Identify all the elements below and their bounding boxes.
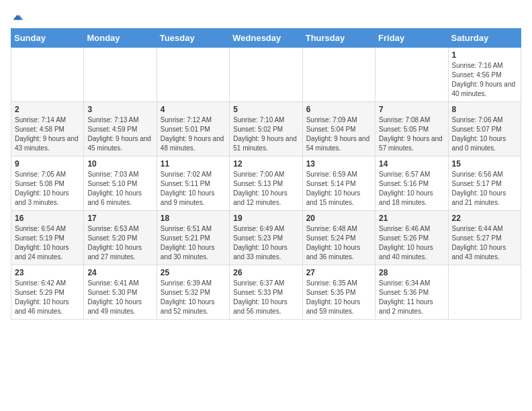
calendar-cell: 27Sunrise: 6:35 AM Sunset: 5:35 PM Dayli…: [302, 265, 375, 320]
day-info: Sunrise: 6:42 AM Sunset: 5:29 PM Dayligh…: [15, 279, 80, 316]
calendar-cell: 26Sunrise: 6:37 AM Sunset: 5:33 PM Dayli…: [230, 265, 302, 320]
day-info: Sunrise: 7:09 AM Sunset: 5:04 PM Dayligh…: [306, 116, 371, 153]
calendar-cell: 2Sunrise: 7:14 AM Sunset: 4:58 PM Daylig…: [11, 102, 84, 156]
day-number: 18: [161, 214, 226, 223]
calendar-cell: [230, 48, 302, 102]
calendar-cell: 18Sunrise: 6:51 AM Sunset: 5:21 PM Dayli…: [157, 211, 229, 265]
day-number: 15: [452, 159, 517, 169]
day-info: Sunrise: 6:37 AM Sunset: 5:33 PM Dayligh…: [233, 279, 298, 316]
day-number: 21: [379, 214, 444, 223]
day-number: 2: [15, 105, 80, 114]
day-number: 27: [306, 268, 371, 277]
weekday-header-row: SundayMondayTuesdayWednesdayThursdayFrid…: [11, 29, 521, 48]
calendar-cell: [375, 48, 448, 102]
day-number: 10: [87, 159, 152, 169]
logo-icon: [12, 11, 24, 23]
calendar-table: SundayMondayTuesdayWednesdayThursdayFrid…: [11, 28, 521, 320]
weekday-header-monday: Monday: [84, 29, 157, 48]
day-info: Sunrise: 7:16 AM Sunset: 4:56 PM Dayligh…: [452, 61, 517, 99]
day-number: 20: [306, 214, 371, 223]
day-info: Sunrise: 6:53 AM Sunset: 5:20 PM Dayligh…: [87, 224, 152, 262]
day-info: Sunrise: 7:13 AM Sunset: 4:59 PM Dayligh…: [87, 116, 152, 153]
calendar-cell: 28Sunrise: 6:34 AM Sunset: 5:36 PM Dayli…: [375, 265, 448, 320]
day-info: Sunrise: 7:05 AM Sunset: 5:08 PM Dayligh…: [15, 170, 80, 208]
calendar-cell: 23Sunrise: 6:42 AM Sunset: 5:29 PM Dayli…: [11, 265, 84, 320]
weekday-header-sunday: Sunday: [11, 29, 84, 48]
day-info: Sunrise: 6:41 AM Sunset: 5:30 PM Dayligh…: [87, 279, 152, 316]
calendar-cell: 24Sunrise: 6:41 AM Sunset: 5:30 PM Dayli…: [84, 265, 157, 320]
day-number: 23: [15, 268, 80, 277]
calendar-week-row: 23Sunrise: 6:42 AM Sunset: 5:29 PM Dayli…: [11, 265, 521, 320]
day-number: 22: [452, 214, 517, 223]
calendar-cell: 3Sunrise: 7:13 AM Sunset: 4:59 PM Daylig…: [84, 102, 157, 156]
day-info: Sunrise: 6:34 AM Sunset: 5:36 PM Dayligh…: [379, 279, 444, 316]
day-number: 6: [306, 105, 371, 114]
calendar-cell: 11Sunrise: 7:02 AM Sunset: 5:11 PM Dayli…: [157, 156, 229, 211]
day-info: Sunrise: 7:02 AM Sunset: 5:11 PM Dayligh…: [161, 170, 226, 208]
day-info: Sunrise: 6:39 AM Sunset: 5:32 PM Dayligh…: [161, 279, 226, 316]
calendar-cell: 5Sunrise: 7:10 AM Sunset: 5:02 PM Daylig…: [230, 102, 302, 156]
calendar-cell: 25Sunrise: 6:39 AM Sunset: 5:32 PM Dayli…: [157, 265, 229, 320]
day-info: Sunrise: 6:48 AM Sunset: 5:24 PM Dayligh…: [306, 224, 371, 262]
calendar-cell: [157, 48, 229, 102]
calendar-week-row: 2Sunrise: 7:14 AM Sunset: 4:58 PM Daylig…: [11, 102, 521, 156]
day-number: 3: [87, 105, 152, 114]
calendar-week-row: 16Sunrise: 6:54 AM Sunset: 5:19 PM Dayli…: [11, 211, 521, 265]
day-number: 17: [87, 214, 152, 223]
day-number: 1: [452, 50, 517, 60]
calendar-cell: 22Sunrise: 6:44 AM Sunset: 5:27 PM Dayli…: [448, 211, 521, 265]
weekday-header-friday: Friday: [375, 29, 448, 48]
day-number: 26: [233, 268, 298, 277]
day-info: Sunrise: 6:46 AM Sunset: 5:26 PM Dayligh…: [379, 224, 444, 262]
calendar-cell: 21Sunrise: 6:46 AM Sunset: 5:26 PM Dayli…: [375, 211, 448, 265]
calendar-cell: 1Sunrise: 7:16 AM Sunset: 4:56 PM Daylig…: [448, 48, 521, 102]
calendar-cell: 20Sunrise: 6:48 AM Sunset: 5:24 PM Dayli…: [302, 211, 375, 265]
weekday-header-saturday: Saturday: [448, 29, 521, 48]
weekday-header-tuesday: Tuesday: [157, 29, 229, 48]
calendar-cell: 9Sunrise: 7:05 AM Sunset: 5:08 PM Daylig…: [11, 156, 84, 211]
day-number: 19: [233, 214, 298, 223]
day-number: 11: [161, 159, 226, 169]
calendar-cell: 16Sunrise: 6:54 AM Sunset: 5:19 PM Dayli…: [11, 211, 84, 265]
calendar-cell: 13Sunrise: 6:59 AM Sunset: 5:14 PM Dayli…: [302, 156, 375, 211]
calendar-cell: [11, 48, 84, 102]
day-number: 25: [161, 268, 226, 277]
day-info: Sunrise: 7:10 AM Sunset: 5:02 PM Dayligh…: [233, 116, 298, 153]
day-number: 14: [379, 159, 444, 169]
day-info: Sunrise: 7:14 AM Sunset: 4:58 PM Dayligh…: [15, 116, 80, 153]
calendar-cell: 14Sunrise: 6:57 AM Sunset: 5:16 PM Dayli…: [375, 156, 448, 211]
day-info: Sunrise: 7:06 AM Sunset: 5:07 PM Dayligh…: [452, 116, 517, 153]
calendar-cell: 7Sunrise: 7:08 AM Sunset: 5:05 PM Daylig…: [375, 102, 448, 156]
calendar-week-row: 9Sunrise: 7:05 AM Sunset: 5:08 PM Daylig…: [11, 156, 521, 211]
day-number: 8: [452, 105, 517, 114]
calendar-cell: [84, 48, 157, 102]
day-info: Sunrise: 6:49 AM Sunset: 5:23 PM Dayligh…: [233, 224, 298, 262]
day-number: 28: [379, 268, 444, 277]
day-info: Sunrise: 7:03 AM Sunset: 5:10 PM Dayligh…: [87, 170, 152, 208]
calendar-cell: [448, 265, 521, 320]
day-info: Sunrise: 6:57 AM Sunset: 5:16 PM Dayligh…: [379, 170, 444, 208]
day-info: Sunrise: 7:08 AM Sunset: 5:05 PM Dayligh…: [379, 116, 444, 153]
day-number: 13: [306, 159, 371, 169]
day-number: 12: [233, 159, 298, 169]
day-number: 24: [87, 268, 152, 277]
weekday-header-wednesday: Wednesday: [230, 29, 302, 48]
day-info: Sunrise: 6:59 AM Sunset: 5:14 PM Dayligh…: [306, 170, 371, 208]
day-info: Sunrise: 6:54 AM Sunset: 5:19 PM Dayligh…: [15, 224, 80, 262]
day-number: 5: [233, 105, 298, 114]
calendar-cell: 17Sunrise: 6:53 AM Sunset: 5:20 PM Dayli…: [84, 211, 157, 265]
day-number: 7: [379, 105, 444, 114]
logo: [11, 11, 24, 23]
day-number: 16: [15, 214, 80, 223]
page-header: [11, 11, 521, 23]
calendar-cell: 4Sunrise: 7:12 AM Sunset: 5:01 PM Daylig…: [157, 102, 229, 156]
weekday-header-thursday: Thursday: [302, 29, 375, 48]
calendar-cell: 19Sunrise: 6:49 AM Sunset: 5:23 PM Dayli…: [230, 211, 302, 265]
day-info: Sunrise: 6:35 AM Sunset: 5:35 PM Dayligh…: [306, 279, 371, 316]
day-info: Sunrise: 6:51 AM Sunset: 5:21 PM Dayligh…: [161, 224, 226, 262]
day-number: 4: [161, 105, 226, 114]
calendar-cell: 12Sunrise: 7:00 AM Sunset: 5:13 PM Dayli…: [230, 156, 302, 211]
calendar-cell: 10Sunrise: 7:03 AM Sunset: 5:10 PM Dayli…: [84, 156, 157, 211]
calendar-cell: 15Sunrise: 6:56 AM Sunset: 5:17 PM Dayli…: [448, 156, 521, 211]
day-number: 9: [15, 159, 80, 169]
